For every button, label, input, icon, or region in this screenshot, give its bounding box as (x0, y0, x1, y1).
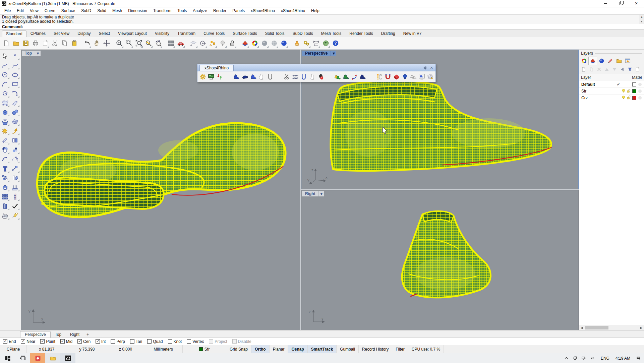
render-button[interactable] (321, 39, 330, 48)
fillet-curve-tool[interactable] (1, 155, 10, 164)
xshoe-unroll-surface-icon[interactable] (350, 72, 358, 81)
osnap-knot-checkbox[interactable]: Knot (168, 339, 182, 344)
solid-box-tool[interactable] (1, 108, 10, 117)
osnap-perp-checkbox[interactable]: Perp (111, 339, 125, 344)
mirror-tool[interactable] (1, 201, 10, 210)
xshoe-display-icon[interactable] (207, 72, 215, 81)
xshoe-trim-curves-icon[interactable] (283, 72, 291, 81)
dimension-button[interactable] (311, 39, 320, 48)
toolbar-separator[interactable] (112, 39, 114, 48)
array-tool[interactable] (1, 192, 10, 201)
interpolate-curve-tool[interactable] (11, 61, 20, 70)
checkbox-icon[interactable] (111, 339, 115, 344)
notifications-button[interactable] (292, 39, 301, 48)
point-tool[interactable] (11, 51, 20, 60)
zoom-selected-button[interactable] (144, 39, 153, 48)
xshoe-last-outline-icon[interactable] (258, 72, 266, 81)
xshoe-structure-tree-icon[interactable] (375, 72, 384, 81)
undo-button[interactable] (82, 39, 92, 48)
xshoe-mesh-last-icon[interactable] (359, 72, 367, 81)
toolbar-tab-surface-tools[interactable]: Surface Tools (229, 30, 261, 37)
xshoe-separator[interactable] (367, 72, 375, 81)
checkbox-icon[interactable] (3, 339, 7, 344)
status-current-layer[interactable]: Sfr (183, 345, 226, 353)
status-osnap[interactable]: Osnap (288, 345, 307, 353)
rendered-viewport-button[interactable] (279, 39, 288, 48)
xshoe-shoe-templates-icon[interactable] (409, 72, 417, 81)
save-file-button[interactable] (21, 39, 30, 48)
screen-recorder-app[interactable] (30, 353, 45, 363)
menu-analyze[interactable]: Analyze (190, 8, 210, 14)
hide-objects-tool[interactable] (11, 173, 20, 182)
menu-render[interactable]: Render (210, 8, 229, 14)
ellipse-tool[interactable] (11, 70, 20, 79)
xshoe-sole-block-icon[interactable] (241, 72, 249, 81)
menu-tools[interactable]: Tools (174, 8, 190, 14)
close-button[interactable]: ✕ (629, 0, 644, 7)
layer-row-crv[interactable]: Crv ✓ (579, 95, 644, 101)
osnap-quad-checkbox[interactable]: Quad (147, 339, 163, 344)
new-layer-button[interactable] (580, 66, 587, 73)
menu-view[interactable]: View (27, 8, 42, 14)
layers-button[interactable] (240, 39, 249, 48)
toolbar-tab-set-view[interactable]: Set View (50, 30, 73, 37)
toolbar-tab-select[interactable]: Select (95, 30, 114, 37)
xshoe-last-frame-icon[interactable] (418, 72, 426, 81)
xshoe-flatten-waves-icon[interactable] (291, 72, 299, 81)
osnap-cen-checkbox[interactable]: Cen (77, 339, 91, 344)
panel-tab-notes[interactable] (606, 57, 614, 65)
new-file-button[interactable] (2, 39, 11, 48)
split-tool[interactable] (11, 136, 20, 145)
xshoe-open-last-icon[interactable] (232, 72, 240, 81)
osnap-mid-checkbox[interactable]: Mid (60, 339, 72, 344)
status-smarttrack[interactable]: SmartTrack (308, 345, 337, 353)
osnap-vertex-checkbox[interactable]: Vertex (187, 339, 204, 344)
xshoe-toolbar-titlebar[interactable]: xShoe4Rhino ✕ (197, 64, 435, 71)
boolean-difference-tool[interactable] (11, 145, 20, 154)
scroll-up-icon[interactable]: ▲ (640, 15, 643, 19)
open-file-button[interactable] (11, 39, 20, 48)
action-center-icon[interactable] (634, 353, 643, 363)
right-view-shoe-model[interactable] (301, 190, 578, 330)
named-views-button[interactable] (176, 39, 185, 48)
zoom-dynamic-button[interactable] (115, 39, 124, 48)
checkbox-icon[interactable] (187, 339, 191, 344)
layer-settings-button[interactable] (634, 66, 641, 73)
paste-button[interactable] (70, 39, 79, 48)
toolbar-separator[interactable] (289, 39, 291, 48)
checkbox-icon[interactable] (40, 339, 45, 344)
xshoe-toolbar-gear-icon[interactable] (423, 66, 427, 70)
checkbox-icon[interactable] (60, 339, 65, 344)
arc-tool[interactable] (1, 79, 10, 88)
cut-button[interactable] (50, 39, 59, 48)
viewport-tab-perspective[interactable]: Perspective (20, 331, 51, 338)
menu-dimension[interactable]: Dimension (125, 8, 150, 14)
tray-volume-icon[interactable] (588, 353, 597, 363)
viewport-dropdown-icon[interactable]: ▾ (318, 191, 324, 196)
text-tool[interactable] (1, 164, 10, 173)
file-explorer-app[interactable] (45, 353, 60, 363)
viewport-tab-right[interactable]: Right (66, 331, 84, 338)
xshoe-flatten-upper-icon[interactable] (342, 72, 350, 81)
top-view-shoe-model[interactable] (21, 50, 300, 330)
status-cpu[interactable]: CPU use: 0.7 % (408, 345, 444, 353)
start-button[interactable] (0, 353, 15, 363)
viewport-tab-top[interactable]: Top (51, 331, 66, 338)
trim-tool[interactable] (1, 136, 10, 145)
minimize-button[interactable] (598, 0, 613, 7)
status-units[interactable]: Millimeters (144, 345, 183, 353)
viewport-right-label[interactable]: Right▾ (302, 191, 324, 196)
panel-tab-rendering[interactable] (597, 57, 606, 65)
panel-tab-properties[interactable] (580, 57, 588, 65)
layer-row-default[interactable]: Default ✓ (579, 81, 644, 88)
xshoe-toolbar-close-icon[interactable]: ✕ (430, 66, 433, 70)
tray-recorder-icon[interactable] (571, 353, 580, 363)
osnap-near-checkbox[interactable]: Near (21, 339, 35, 344)
xshoe-magnet-icon[interactable] (384, 72, 392, 81)
xshoe-gem-surface-icon[interactable] (401, 72, 409, 81)
status-y-coordinate[interactable]: y 75.398 (67, 345, 107, 353)
xshoe-settings-icon[interactable] (199, 72, 207, 81)
menu-curve[interactable]: Curve (42, 8, 58, 14)
blend-curve-tool[interactable] (11, 155, 20, 164)
clock[interactable]: 4:19 AM (613, 356, 633, 361)
